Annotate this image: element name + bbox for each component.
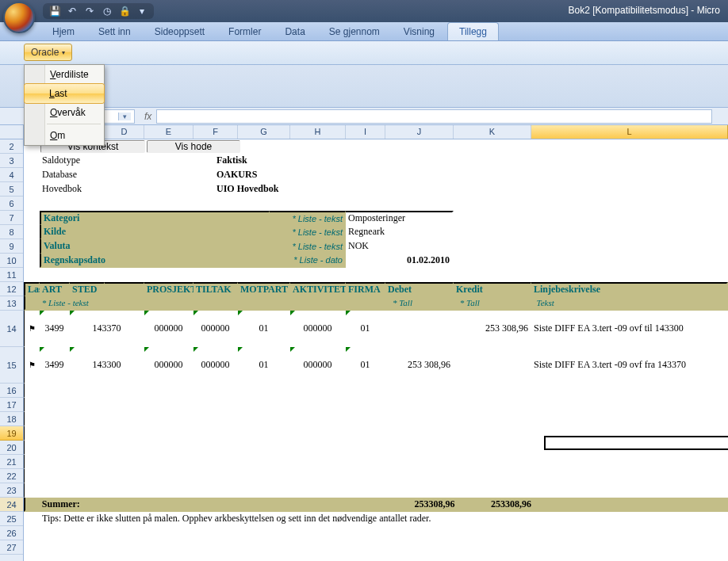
col-header[interactable]: L xyxy=(531,125,728,139)
col-header[interactable]: H xyxy=(290,125,346,139)
hdr-motpart[interactable]: MOTPART xyxy=(238,282,290,296)
oracle-menu-button[interactable]: Oracle ▾ xyxy=(24,44,72,61)
undo-icon[interactable]: ↶ xyxy=(67,6,78,17)
hdr-las[interactable]: Las xyxy=(24,282,40,296)
cell-art[interactable]: 3499 xyxy=(40,347,70,384)
menu-last[interactable]: Last xyxy=(24,83,105,104)
row-header[interactable]: 8 xyxy=(0,225,23,239)
tab-data[interactable]: Data xyxy=(274,23,316,40)
row-header[interactable]: 9 xyxy=(0,239,23,254)
valuta-value[interactable]: NOK xyxy=(346,239,454,254)
tab-tillegg[interactable]: Tillegg xyxy=(447,22,499,40)
col-header[interactable]: J xyxy=(385,125,454,139)
row-header[interactable]: 14 xyxy=(0,311,23,347)
summary-label[interactable]: Summer: xyxy=(40,498,391,512)
hdr-sted[interactable]: STED xyxy=(70,282,105,296)
row-header[interactable]: 17 xyxy=(0,398,23,412)
select-all[interactable] xyxy=(0,125,23,139)
row-header[interactable]: 23 xyxy=(0,483,23,498)
menu-om[interactable]: Om xyxy=(25,126,104,145)
status-icon[interactable]: ◷ xyxy=(102,6,113,17)
sheet-area[interactable]: A B C D E F G H I J K L Vis kontekst Vis… xyxy=(24,125,728,561)
cell-debet[interactable] xyxy=(385,311,454,347)
col-header[interactable]: K xyxy=(454,125,531,139)
hdr-linje[interactable]: Linjebeskrivelse xyxy=(531,282,728,296)
hdr-aktivitet[interactable]: AKTIVITET xyxy=(290,282,346,296)
regnskapsdato-label[interactable]: Regnskapsdato xyxy=(40,254,270,268)
flag-icon[interactable]: ⚑ xyxy=(24,347,40,384)
cell-prosjekt[interactable]: 000000 xyxy=(144,347,193,384)
kilde-label[interactable]: Kilde xyxy=(40,225,270,239)
lock-icon[interactable]: 🔒 xyxy=(119,6,130,17)
tab-hjem[interactable]: Hjem xyxy=(41,23,86,40)
cell-tiltak[interactable]: 000000 xyxy=(193,311,238,347)
cell-debet[interactable]: 253 308,96 xyxy=(385,347,454,384)
fx-icon[interactable]: fx xyxy=(144,111,151,122)
hdr-firma[interactable]: FIRMA xyxy=(346,282,385,296)
hdr-kredit[interactable]: Kredit xyxy=(454,282,531,296)
hdr-tiltak[interactable]: TILTAK xyxy=(193,282,238,296)
cell-art[interactable]: 3499 xyxy=(40,311,70,347)
vis-hode-button[interactable]: Vis hode xyxy=(147,140,240,153)
kategori-value[interactable]: Omposteringer xyxy=(346,211,454,225)
row-header[interactable]: 16 xyxy=(0,384,23,398)
row-header[interactable]: 11 xyxy=(0,268,23,282)
cell-sted[interactable]: 143370 xyxy=(70,311,144,347)
row-header[interactable]: 22 xyxy=(0,469,23,483)
row-header[interactable]: 26 xyxy=(0,526,23,540)
regnskapsdato-hint[interactable]: * Liste - dato xyxy=(270,254,346,268)
regnskapsdato-value[interactable]: 01.02.2010 xyxy=(346,254,454,268)
cell-aktivitet[interactable]: 000000 xyxy=(290,347,346,384)
col-header[interactable]: D xyxy=(105,125,144,139)
summary-debet[interactable]: 253308,96 xyxy=(391,498,458,512)
cell-sted[interactable]: 143300 xyxy=(70,347,144,384)
row-header[interactable]: 12 xyxy=(0,282,23,296)
col-header[interactable]: I xyxy=(346,125,385,139)
row-header[interactable]: 2 xyxy=(0,139,23,154)
qat-dropdown-icon[interactable]: ▾ xyxy=(136,6,148,17)
row-header[interactable]: 19 xyxy=(0,426,23,441)
subhdr-linje[interactable]: Tekst xyxy=(535,296,728,311)
valuta-label[interactable]: Valuta xyxy=(40,239,270,254)
cell-motpart[interactable]: 01 xyxy=(238,347,290,384)
subhdr-debet[interactable]: * Tall xyxy=(390,296,458,311)
tab-formler[interactable]: Formler xyxy=(217,23,272,40)
kategori-hint[interactable]: * Liste - tekst xyxy=(270,211,346,225)
subhdr-liste[interactable]: * Liste - tekst xyxy=(40,296,113,311)
hdr-art[interactable]: ART xyxy=(40,282,70,296)
col-header[interactable]: G xyxy=(238,125,290,139)
kilde-hint[interactable]: * Liste - tekst xyxy=(270,225,346,239)
row-header[interactable]: 6 xyxy=(0,197,23,211)
saldotype-label[interactable]: Saldotype xyxy=(40,154,214,168)
row-header[interactable]: 4 xyxy=(0,168,23,182)
row-header[interactable]: 25 xyxy=(0,512,23,526)
cell-firma[interactable]: 01 xyxy=(346,311,385,347)
flag-icon[interactable]: ⚑ xyxy=(24,311,40,347)
row-header[interactable]: 21 xyxy=(0,455,23,469)
row-header[interactable]: 10 xyxy=(0,254,23,268)
saldotype-value[interactable]: Faktisk xyxy=(214,154,452,168)
tab-segjennom[interactable]: Se gjennom xyxy=(318,23,391,40)
cell-tiltak[interactable]: 000000 xyxy=(193,347,238,384)
col-header[interactable]: E xyxy=(144,125,193,139)
office-button[interactable] xyxy=(3,2,35,33)
hovedbok-label[interactable]: Hovedbok xyxy=(40,182,214,197)
menu-verdiliste[interactable]: Verdiliste xyxy=(25,65,104,84)
row-header[interactable]: 24 xyxy=(0,498,23,512)
valuta-hint[interactable]: * Liste - tekst xyxy=(270,239,346,254)
save-icon[interactable]: 💾 xyxy=(49,6,60,17)
row-header[interactable]: 27 xyxy=(0,540,23,555)
cell-prosjekt[interactable]: 000000 xyxy=(144,311,193,347)
kilde-value[interactable]: Regneark xyxy=(346,225,454,239)
tab-sideoppsett[interactable]: Sideoppsett xyxy=(144,23,216,40)
tab-settinn[interactable]: Sett inn xyxy=(87,23,142,40)
cell-firma[interactable]: 01 xyxy=(346,347,385,384)
formula-input[interactable] xyxy=(156,109,712,124)
menu-overvak[interactable]: Overvåk xyxy=(25,103,104,122)
row-header[interactable]: 7 xyxy=(0,211,23,225)
redo-icon[interactable]: ↷ xyxy=(84,6,95,17)
row-header[interactable]: 18 xyxy=(0,412,23,426)
hdr-debet[interactable]: Debet xyxy=(385,282,454,296)
tab-visning[interactable]: Visning xyxy=(393,23,446,40)
row-header[interactable]: 13 xyxy=(0,296,23,311)
